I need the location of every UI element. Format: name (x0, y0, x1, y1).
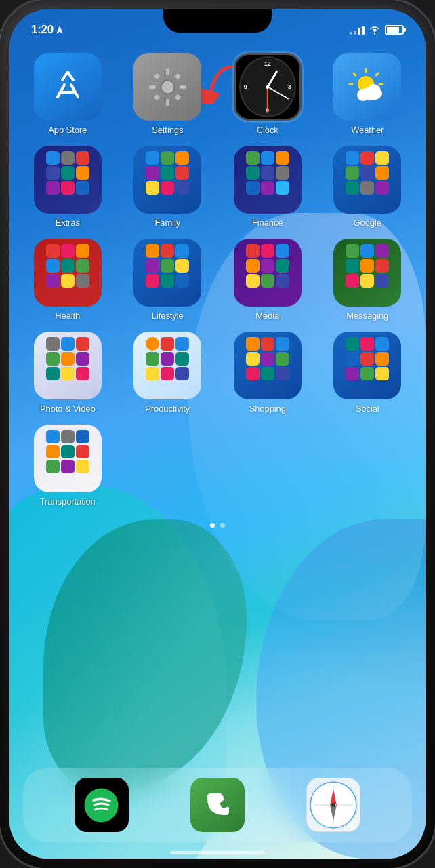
svg-line-17 (354, 73, 356, 75)
weather-icon (333, 53, 401, 121)
app-grid: App Store (9, 47, 426, 517)
transportation-item[interactable]: Transportation (23, 425, 112, 507)
clock-label: Clock (257, 125, 278, 135)
media-icon (234, 239, 302, 307)
lifestyle-item[interactable]: Lifestyle (123, 239, 213, 321)
shopping-item[interactable]: Shopping (223, 332, 312, 414)
social-icon (333, 332, 401, 399)
photo-video-label: Photo & Video (40, 403, 96, 414)
signal-icon (350, 25, 365, 35)
productivity-item[interactable]: Productivity (123, 332, 213, 414)
shopping-icon (234, 332, 302, 399)
phone-frame: 1:20 (0, 0, 435, 868)
battery-icon (385, 25, 404, 35)
family-item[interactable]: Family (123, 146, 213, 228)
svg-rect-9 (153, 94, 160, 100)
shopping-label: Shopping (249, 403, 286, 414)
status-icons (350, 25, 404, 35)
svg-rect-10 (174, 73, 181, 79)
svg-point-29 (331, 803, 335, 807)
dock (23, 768, 412, 842)
lifestyle-icon (133, 239, 201, 307)
health-icon (34, 239, 102, 307)
photo-video-item[interactable]: Photo & Video (23, 332, 112, 414)
extras-label: Extras (56, 218, 80, 228)
page-dot-1[interactable] (210, 523, 215, 528)
messaging-label: Messaging (346, 311, 388, 321)
finance-item[interactable]: Finance (223, 146, 312, 228)
google-item[interactable]: Google (323, 146, 413, 228)
svg-line-14 (376, 73, 378, 75)
safari-dock-item[interactable] (306, 778, 360, 832)
extras-item[interactable]: Extras (23, 146, 112, 228)
clock-icon: 12 3 6 9 (234, 53, 302, 121)
svg-rect-5 (149, 85, 156, 89)
app-store-label: App Store (48, 125, 87, 135)
status-time: 1:20 (31, 23, 54, 37)
wifi-icon (369, 25, 381, 35)
productivity-icon (133, 332, 201, 399)
messaging-icon (333, 239, 401, 307)
google-label: Google (354, 218, 381, 228)
health-label: Health (55, 311, 80, 321)
phone-dock-icon (190, 778, 245, 832)
messaging-item[interactable]: Messaging (323, 239, 413, 321)
family-icon (133, 146, 201, 214)
home-indicator[interactable] (170, 851, 265, 854)
lifestyle-label: Lifestyle (152, 311, 184, 321)
phone-dock-item[interactable] (190, 778, 245, 832)
notch (163, 9, 272, 33)
media-label: Media (255, 311, 279, 321)
weather-item[interactable]: Weather (323, 53, 413, 135)
finance-label: Finance (252, 218, 283, 228)
media-item[interactable]: Media (223, 239, 312, 321)
app-store-icon (34, 53, 102, 121)
social-item[interactable]: Social (323, 332, 413, 414)
svg-rect-8 (174, 94, 181, 100)
weather-label: Weather (351, 125, 384, 135)
svg-point-22 (85, 788, 119, 822)
location-arrow-icon (56, 26, 63, 34)
spotify-dock-icon (75, 778, 129, 832)
svg-rect-7 (153, 73, 160, 79)
app-store-item[interactable]: App Store (23, 53, 112, 135)
svg-rect-3 (166, 68, 169, 75)
finance-icon (234, 146, 302, 214)
safari-dock-icon (306, 778, 360, 832)
red-arrow (197, 64, 238, 104)
health-item[interactable]: Health (23, 239, 112, 321)
phone-screen: 1:20 (9, 9, 426, 859)
svg-rect-4 (166, 99, 169, 106)
page-dots (9, 517, 426, 533)
productivity-label: Productivity (145, 403, 190, 414)
svg-point-21 (367, 84, 381, 98)
svg-rect-6 (180, 85, 186, 89)
transportation-icon (34, 425, 102, 492)
spotify-dock-item[interactable] (75, 778, 129, 832)
social-label: Social (356, 403, 379, 414)
settings-icon (133, 53, 201, 121)
page-dot-2[interactable] (220, 523, 225, 528)
family-label: Family (154, 218, 180, 228)
photo-video-icon (34, 332, 102, 399)
google-icon (333, 146, 401, 214)
transportation-label: Transportation (40, 496, 96, 507)
settings-label: Settings (152, 125, 183, 135)
extras-icon (34, 146, 102, 214)
